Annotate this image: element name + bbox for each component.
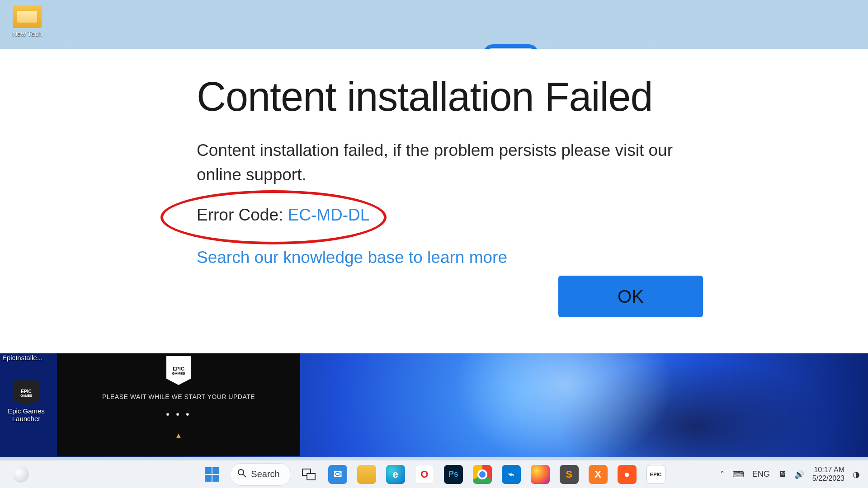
- taskbar-search[interactable]: Search: [230, 463, 291, 486]
- photoshop-icon: Ps: [444, 465, 463, 484]
- desktop-icon-label-epic-installer[interactable]: EpicInstalle...: [1, 353, 44, 362]
- volume-icon[interactable]: 🔊: [794, 469, 804, 479]
- svg-rect-7: [307, 474, 315, 480]
- recorder-icon: ●: [618, 465, 637, 484]
- task-view-icon: [299, 465, 318, 484]
- network-icon[interactable]: 🖥: [778, 469, 786, 479]
- dialog-title: Content installation Failed: [197, 74, 868, 120]
- desktop-icon-folder-new-tech[interactable]: New Tech: [5, 5, 50, 38]
- notifications-icon[interactable]: ◑: [853, 469, 860, 479]
- desktop-icon-label: Epic Games Launcher: [4, 407, 49, 422]
- keyboard-icon[interactable]: ⌨: [732, 469, 744, 479]
- taskbar-app-edge[interactable]: e: [384, 463, 407, 486]
- sublime-icon: S: [560, 465, 579, 484]
- error-code-line: Error Code: EC-MD-DL: [197, 206, 369, 225]
- taskbar-app-opera[interactable]: O: [413, 463, 436, 486]
- vscode-icon: ⌁: [502, 465, 521, 484]
- loading-dots-icon: • • •: [57, 408, 300, 420]
- taskbar-app-mail[interactable]: ✉: [326, 463, 349, 486]
- svg-rect-1: [212, 467, 219, 474]
- error-code-value[interactable]: EC-MD-DL: [288, 206, 370, 224]
- edge-icon: e: [386, 465, 405, 484]
- firefox-icon: [531, 465, 550, 484]
- epic-games-icon: EPIC GAMES: [13, 380, 40, 405]
- tray-overflow-icon[interactable]: ˄: [720, 469, 724, 479]
- windows-logo-icon: [204, 467, 220, 482]
- desktop-icon-epic-games-launcher[interactable]: EPIC GAMES Epic Games Launcher: [4, 380, 49, 422]
- task-view-button[interactable]: [297, 463, 320, 486]
- epic-games-icon: EPIC: [646, 465, 665, 484]
- clock-date: 5/22/2023: [812, 474, 844, 483]
- taskbar-app-file-explorer[interactable]: [355, 463, 378, 486]
- taskbar-left: [13, 466, 29, 483]
- chrome-icon: [473, 465, 492, 484]
- taskbar-app-xampp[interactable]: X: [587, 463, 609, 486]
- svg-line-5: [243, 474, 246, 477]
- updater-status-text: PLEASE WAIT WHILE WE START YOUR UPDATE: [57, 393, 300, 400]
- svg-rect-3: [212, 475, 219, 482]
- epic-icon-text-1: EPIC: [21, 389, 31, 394]
- taskbar-right: ˄ ⌨ ENG 🖥 🔊 10:17 AM 5/22/2023 ◑: [720, 466, 860, 483]
- taskbar: Search ✉ e O Ps ⌁ S X ● EPIC ˄ ⌨ ENG 🖥 🔊…: [0, 460, 868, 488]
- epic-icon-text-2: GAMES: [20, 394, 32, 397]
- ok-button[interactable]: OK: [558, 276, 703, 317]
- language-indicator[interactable]: ENG: [752, 469, 770, 479]
- taskbar-app-photoshop[interactable]: Ps: [442, 463, 465, 486]
- start-button[interactable]: [201, 463, 223, 486]
- taskbar-app-recorder[interactable]: ●: [616, 463, 638, 486]
- dialog-body-text: Content installation failed, if the prob…: [197, 138, 703, 187]
- epic-games-logo: EPIC GAMES: [166, 356, 191, 385]
- taskbar-clock[interactable]: 10:17 AM 5/22/2023: [812, 466, 844, 483]
- epic-logo-text-2: GAMES: [172, 371, 185, 375]
- xampp-icon: X: [589, 465, 608, 484]
- desktop-icon-label: New Tech: [5, 30, 50, 38]
- svg-rect-2: [205, 475, 212, 482]
- taskbar-app-vscode[interactable]: ⌁: [500, 463, 523, 486]
- taskbar-app-chrome[interactable]: [471, 463, 494, 486]
- error-code-prefix: Error Code:: [197, 206, 288, 224]
- search-label: Search: [251, 469, 279, 479]
- taskbar-center: Search ✉ e O Ps ⌁ S X ● EPIC: [201, 463, 667, 486]
- knowledge-base-link[interactable]: Search our knowledge base to learn more: [197, 248, 507, 267]
- epic-updater-window: EPIC GAMES PLEASE WAIT WHILE WE START YO…: [57, 353, 300, 456]
- taskbar-app-sublime[interactable]: S: [558, 463, 580, 486]
- weather-icon[interactable]: [13, 466, 29, 483]
- error-dialog: Content installation Failed Content inst…: [0, 49, 868, 353]
- folder-icon: [357, 465, 376, 484]
- folder-icon: [13, 5, 42, 28]
- search-icon: [237, 469, 246, 480]
- opera-icon: O: [415, 465, 434, 484]
- clock-time: 10:17 AM: [812, 466, 844, 474]
- mail-icon: ✉: [328, 465, 347, 484]
- svg-rect-0: [205, 467, 212, 474]
- svg-point-4: [238, 469, 244, 475]
- taskbar-app-firefox[interactable]: [529, 463, 552, 486]
- warning-icon: ▲: [57, 431, 300, 441]
- epic-logo-text-1: EPIC: [173, 366, 184, 371]
- taskbar-app-epic-games[interactable]: EPIC: [645, 463, 667, 486]
